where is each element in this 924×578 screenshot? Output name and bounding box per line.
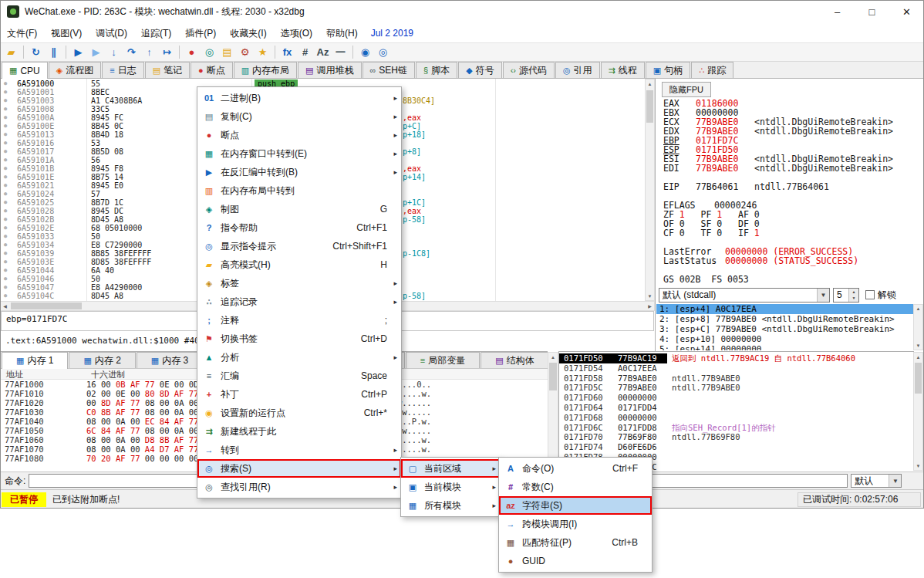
search-type-string-references[interactable]: az字符串(S) <box>499 496 652 515</box>
unlock-checkbox[interactable] <box>865 290 875 299</box>
menubar-item-6[interactable]: 收藏夹(I) <box>223 23 273 43</box>
breakpoint-gutter-dot[interactable]: ● <box>4 241 7 249</box>
scroll-up-icon[interactable]: ▲ <box>914 305 922 313</box>
breakpoint-gutter-dot[interactable]: ● <box>4 147 7 156</box>
args-vertical-scrollbar[interactable]: ▲ ▼ <box>913 304 923 350</box>
breakpoint-gutter-dot[interactable]: ● <box>4 113 7 122</box>
menubar-item-1[interactable]: 文件(F) <box>0 23 44 43</box>
flags-row[interactable]: CF 0 TF 0 IF 1 <box>663 228 913 238</box>
tab-notes[interactable]: ▤笔记 <box>145 62 190 78</box>
run-alt-icon[interactable]: ▶ <box>88 44 104 60</box>
stack-pane[interactable]: 0171FD5077B9AC19返回到 ntdll.77B9AC19 自 ntd… <box>558 351 914 472</box>
spin-up-icon[interactable]: ▲ <box>849 289 858 296</box>
skip-icon[interactable]: ↦ <box>159 44 175 60</box>
maximize-button[interactable]: □ <box>855 1 889 23</box>
tab-locals[interactable]: ≡局部变量 <box>406 352 480 368</box>
breakpoint-gutter-dot[interactable]: ● <box>4 215 7 224</box>
stack-row[interactable]: 0171FD6800000000 <box>559 413 914 423</box>
az-icon[interactable]: Az <box>315 44 331 60</box>
tab-call-stack[interactable]: ▤调用堆栈 <box>298 62 361 78</box>
register-row[interactable]: LastStatus00000000 (STATUS_SUCCESS) <box>663 256 913 265</box>
close-button[interactable]: ✕ <box>889 1 924 23</box>
arguments-view[interactable]: 1: [esp+4] A0C17EEA2: [esp+8] 77B9ABE0 <… <box>656 304 914 350</box>
stack-row[interactable]: 0171FD6000000000 <box>559 393 914 403</box>
breakpoint-gutter-dot[interactable]: ● <box>4 181 7 190</box>
search-type-command[interactable]: A命令(O)Ctrl+F <box>499 459 652 478</box>
context-breakpoint[interactable]: ●断点▸ <box>197 126 401 144</box>
breakpoint-gutter-dot[interactable]: ● <box>4 88 7 96</box>
pause-icon[interactable]: ∥ <box>46 44 62 60</box>
context-toggle-bookmark[interactable]: ⚑切换书签Ctrl+D <box>197 330 401 348</box>
argument-row[interactable]: 5: [esp+14] 00000000 <box>656 344 914 350</box>
dump-vertical-scrollbar[interactable]: ▲ ▼ <box>548 352 558 471</box>
menubar-item-7[interactable]: 选项(O) <box>274 23 319 43</box>
stack-row[interactable]: 0171FD7077B69F80ntdll.77B69F80 <box>559 432 914 442</box>
step-into-icon[interactable]: ↓ <box>106 44 122 60</box>
breakpoint-gutter-dot[interactable]: ● <box>4 275 7 283</box>
context-find-references[interactable]: ◎查找引用(R)▸ <box>197 478 401 496</box>
cjk-width-icon[interactable]: 一 <box>332 44 349 60</box>
scroll-down-icon[interactable]: ▼ <box>646 292 654 300</box>
breakpoint-gutter-dot[interactable]: ● <box>4 198 7 207</box>
register-row[interactable]: EDI77B9ABE0<ntdll.DbgUiRemoteBreakin> <box>663 164 913 173</box>
menubar-item-2[interactable]: 视图(V) <box>44 23 89 43</box>
calling-convention-select[interactable]: 默认 (stdcall) ▼ <box>659 288 830 303</box>
scylla-icon[interactable]: ◎ <box>201 44 218 60</box>
breakpoint-gutter-dot[interactable]: ● <box>4 79 7 88</box>
fx-icon[interactable]: fx <box>279 44 295 60</box>
settings-icon[interactable]: ⚙ <box>237 44 253 60</box>
breakpoint-gutter-dot[interactable]: ● <box>4 283 7 292</box>
segment-registers-row[interactable]: GS 002B FS 0053 <box>663 275 913 284</box>
breakpoint-toolbar-icon[interactable]: ● <box>184 44 200 60</box>
spin-down-icon[interactable]: ▼ <box>849 295 858 302</box>
command-combo[interactable]: 默认 ▼ <box>851 474 902 488</box>
scroll-up-icon[interactable]: ▲ <box>548 353 558 361</box>
context-label[interactable]: ◈标签▸ <box>197 274 401 292</box>
search-scope-all-modules[interactable]: ▦所有模块▸ <box>401 496 500 515</box>
search-type-constant[interactable]: #常数(C) <box>499 478 652 496</box>
context-binary[interactable]: 01二进制(B)▸ <box>197 89 401 107</box>
sync-icon[interactable]: ◎ <box>375 44 391 60</box>
breakpoint-gutter-dot[interactable]: ● <box>4 207 7 215</box>
tab-memory-3[interactable]: ▦内存 3 <box>137 352 203 368</box>
tab-memory-map[interactable]: ▥内存布局 <box>234 62 297 78</box>
open-file-icon[interactable]: ▰ <box>3 44 19 60</box>
tab-trace[interactable]: ∴跟踪 <box>691 62 733 78</box>
argument-row[interactable]: 1: [esp+4] A0C17EEA <box>656 304 914 314</box>
menubar-item-4[interactable]: 追踪(T) <box>134 23 178 43</box>
stack-vertical-scrollbar[interactable]: ▲ ▼ <box>913 352 923 471</box>
tab-breakpoints[interactable]: ●断点 <box>191 62 233 78</box>
tab-source[interactable]: ‹›源代码 <box>503 62 555 78</box>
context-trace-record[interactable]: ∴追踪记录▸ <box>197 292 401 311</box>
breakpoint-gutter-dot[interactable]: ● <box>4 122 7 130</box>
context-follow-in-memory-map[interactable]: ▥在内存布局中转到 <box>197 181 401 200</box>
run-icon[interactable]: ▶ <box>70 44 86 60</box>
breakpoint-gutter-dot[interactable]: ● <box>4 164 7 173</box>
tab-graph[interactable]: ◈流程图 <box>49 62 101 78</box>
tab-references[interactable]: ◎引用 <box>555 62 600 78</box>
breakpoint-gutter-dot[interactable]: ● <box>4 156 7 164</box>
context-set-new-origin[interactable]: ◉设置新的运行点Ctrl+* <box>197 404 401 422</box>
stack-row[interactable]: 0171FD74D60FE6D6 <box>559 442 914 452</box>
breakpoint-gutter-dot[interactable]: ● <box>4 130 7 139</box>
scroll-up-icon[interactable]: ▲ <box>914 353 922 361</box>
minimize-button[interactable]: – <box>820 1 855 23</box>
breakpoint-gutter-dot[interactable]: ● <box>4 266 7 275</box>
stack-row[interactable]: 0171FD5877B9ABE0ntdll.77B9ABE0 <box>559 374 914 384</box>
stack-row[interactable]: 0171FD5077B9AC19返回到 ntdll.77B9AC19 自 ntd… <box>559 353 914 363</box>
scrollbar-thumb[interactable] <box>11 303 82 309</box>
tab-memory-2[interactable]: ▦内存 2 <box>69 352 135 368</box>
search-scope-current-region[interactable]: ▢当前区域▸ <box>401 459 500 478</box>
stack-row[interactable]: 0171FD640171FDD4 <box>559 403 914 413</box>
stack-row[interactable]: 0171FD5C77B9ABE0ntdll.77B9ABE0 <box>559 383 914 393</box>
context-goto[interactable]: →转到▸ <box>197 441 401 459</box>
registers-view[interactable]: EAX01186000EBX00000000ECX77B9ABE0<ntdll.… <box>663 99 913 286</box>
step-over-icon[interactable]: ↷ <box>123 44 140 60</box>
context-graph[interactable]: ◈制图G <box>197 200 401 218</box>
scroll-down-icon[interactable]: ▼ <box>914 461 922 470</box>
tab-symbols[interactable]: ◆符号 <box>458 62 501 78</box>
context-follow-in-dump[interactable]: ▦在内存窗口中转到(E)▸ <box>197 144 401 163</box>
breakpoint-gutter-dot[interactable]: ● <box>4 232 7 241</box>
chevron-down-icon[interactable]: ▼ <box>817 289 829 302</box>
search-type-pattern[interactable]: ▦匹配特征(P)Ctrl+B <box>499 533 652 552</box>
